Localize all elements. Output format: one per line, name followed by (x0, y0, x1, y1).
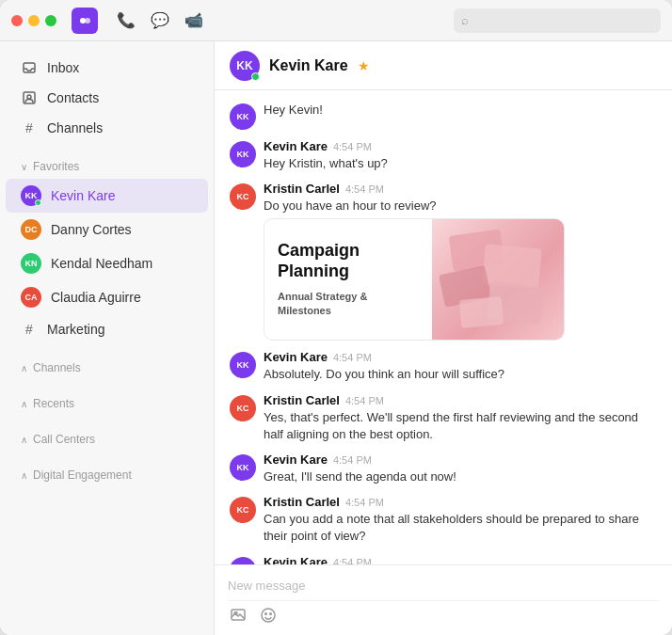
message-text: Do you have an hour to review? (264, 198, 657, 214)
channels-label: Channels (47, 120, 103, 135)
sender-name: Kristin Carlel (264, 495, 340, 509)
chevron-up-icon: ∧ (21, 363, 27, 373)
inbox-label: Inbox (47, 60, 79, 75)
sidebar-item-claudia-aguirre[interactable]: CA Claudia Aguirre (6, 280, 208, 314)
message-row: KC Kristin Carlel 4:54 PM Can you add a … (230, 495, 657, 545)
avatar: KK (230, 103, 256, 130)
avatar: KC (230, 497, 256, 523)
message-content: Kristin Carlel 4:54 PM Yes, that's perfe… (264, 393, 657, 443)
avatar: KK (230, 454, 256, 481)
digital-engagement-header[interactable]: ∧ Digital Engagement (6, 463, 208, 487)
message-header: Kristin Carlel 4:54 PM (264, 495, 657, 509)
message-time: 4:54 PM (333, 557, 372, 565)
messages-container: KK Hey Kevin! KK Kevin Kare 4:54 PM Hey … (215, 90, 672, 564)
avatar: KC (230, 183, 256, 210)
sidebar-item-marketing[interactable]: # Marketing (6, 314, 208, 344)
minimize-button[interactable] (28, 15, 40, 26)
chevron-down-icon: ∨ (21, 162, 27, 172)
message-text: Absolutely. Do you think an hour will su… (264, 366, 657, 383)
sidebar-item-kevin-kare[interactable]: KK Kevin Kare (6, 179, 208, 213)
message-content: Kristin Carlel 4:54 PM Do you have an ho… (264, 182, 657, 341)
recents-header[interactable]: ∧ Recents (6, 391, 208, 416)
chevron-up-icon: ∧ (21, 399, 27, 409)
campaign-card-image (432, 219, 564, 340)
close-button[interactable] (11, 15, 23, 26)
message-header: Kevin Kare 4:54 PM (264, 139, 657, 153)
campaign-card: Campaign Planning Annual Strategy & Mile… (264, 218, 565, 341)
svg-point-14 (270, 613, 272, 615)
sidebar: Inbox Contacts # Channels (0, 41, 215, 635)
message-header: Kristin Carlel 4:54 PM (264, 182, 657, 196)
kevin-kare-label: Kevin Kare (51, 188, 115, 203)
recents-section: ∧ Recents (0, 384, 214, 420)
title-icons: 📞 💬 📹 (117, 11, 203, 29)
contacts-label: Contacts (47, 90, 99, 105)
campaign-card-subtitle: Annual Strategy & Milestones (278, 290, 419, 319)
message-header: Kevin Kare 4:54 PM (264, 555, 657, 565)
kendal-needham-label: Kendal Needham (51, 256, 152, 271)
message-time: 4:54 PM (333, 454, 372, 466)
title-bar: 📞 💬 📹 ⌕ (0, 0, 672, 41)
recents-label: Recents (33, 397, 74, 410)
message-header: Kevin Kare 4:54 PM (264, 350, 657, 364)
star-icon: ★ (358, 58, 370, 73)
video-icon[interactable]: 📹 (184, 11, 203, 29)
inbox-icon (21, 59, 38, 76)
message-header: Kristin Carlel 4:54 PM (264, 393, 657, 407)
chat-area: KK Kevin Kare ★ KK Hey Kevin! KK (215, 41, 672, 635)
sender-name: Kevin Kare (264, 350, 328, 364)
danny-cortes-label: Danny Cortes (51, 222, 132, 237)
avatar: KC (230, 395, 256, 421)
svg-rect-6 (482, 245, 541, 289)
image-attachment-icon[interactable] (228, 605, 248, 629)
channels-section-label: Channels (33, 361, 81, 374)
favorites-header[interactable]: ∨ Favorites (6, 154, 208, 179)
svg-point-13 (265, 613, 267, 615)
sidebar-item-inbox[interactable]: Inbox (6, 53, 208, 83)
message-time: 4:54 PM (333, 141, 372, 152)
online-status-dot (35, 199, 41, 206)
message-time: 4:54 PM (345, 497, 384, 508)
search-icon: ⌕ (461, 13, 469, 27)
chat-header: KK Kevin Kare ★ (215, 41, 672, 90)
search-bar[interactable]: ⌕ (454, 8, 661, 33)
sender-name: Kevin Kare (264, 555, 328, 565)
app-logo (72, 8, 98, 34)
avatar: KK (230, 557, 256, 565)
contacts-icon (21, 89, 38, 106)
maximize-button[interactable] (45, 15, 56, 26)
message-time: 4:54 PM (345, 395, 384, 406)
message-text: Great, I'll send the agenda out now! (264, 468, 657, 485)
message-time: 4:54 PM (345, 183, 384, 195)
emoji-icon[interactable] (258, 605, 279, 629)
avatar: KK (230, 352, 256, 378)
svg-point-1 (85, 18, 90, 24)
sidebar-item-kendal-needham[interactable]: KN Kendal Needham (6, 246, 208, 280)
message-input-area (215, 564, 672, 635)
call-centers-header[interactable]: ∧ Call Centers (6, 427, 208, 452)
call-centers-section: ∧ Call Centers (0, 420, 214, 455)
message-content: Kevin Kare 4:54 PM Absolutely. Do you th… (264, 350, 657, 383)
sidebar-item-contacts[interactable]: Contacts (6, 83, 208, 113)
svg-point-4 (27, 95, 31, 99)
sender-name: Kristin Carlel (264, 182, 340, 196)
avatar: DC (21, 219, 41, 240)
message-row: KC Kristin Carlel 4:54 PM Yes, that's pe… (230, 393, 657, 443)
sender-name: Kevin Kare (264, 139, 328, 153)
digital-engagement-section: ∧ Digital Engagement (0, 455, 214, 491)
channels-section-header[interactable]: ∧ Channels (6, 356, 208, 380)
avatar: CA (21, 287, 41, 308)
sidebar-item-danny-cortes[interactable]: DC Danny Cortes (6, 213, 208, 246)
message-content: Hey Kevin! (264, 102, 657, 119)
message-text: Hey Kristin, what's up? (264, 155, 657, 172)
message-row: KK Kevin Kare 4:54 PM Great, I'll send t… (230, 452, 657, 485)
chat-header-avatar: KK (230, 51, 260, 81)
phone-icon[interactable]: 📞 (117, 11, 136, 29)
sidebar-main-section: Inbox Contacts # Channels (0, 49, 214, 147)
sender-name: Kristin Carlel (264, 393, 340, 407)
svg-rect-9 (459, 296, 504, 328)
sender-name: Kevin Kare (264, 452, 328, 467)
chat-icon[interactable]: 💬 (151, 11, 169, 29)
sidebar-item-channels[interactable]: # Channels (6, 113, 208, 143)
message-input[interactable] (228, 575, 659, 600)
